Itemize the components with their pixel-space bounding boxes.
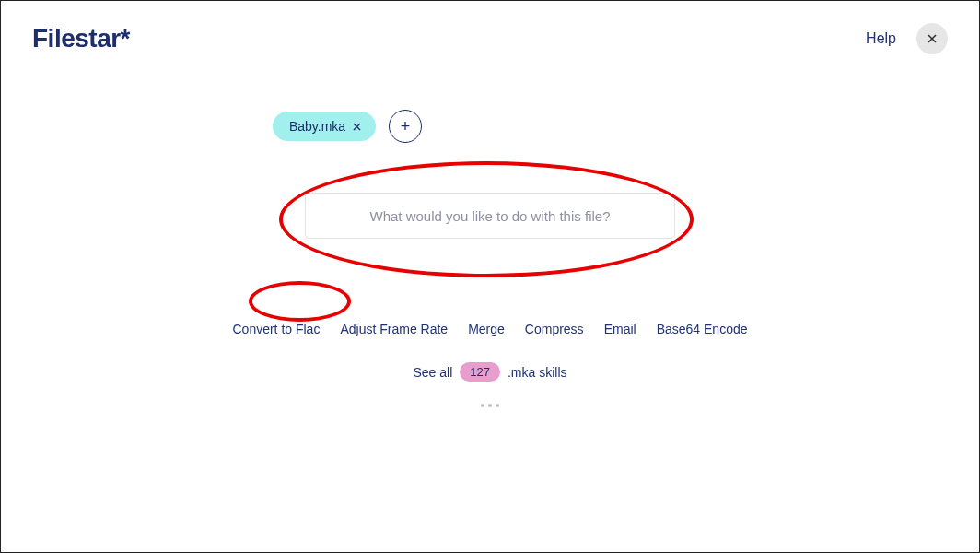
main-content: Baby.mka + Convert to Flac Adjust Frame … [1, 110, 979, 407]
suggestion-compress[interactable]: Compress [525, 322, 584, 336]
see-all-suffix: .mka skills [508, 365, 567, 380]
suggestion-convert-to-flac[interactable]: Convert to Flac [232, 322, 320, 336]
header-right: Help [866, 23, 948, 54]
remove-file-icon[interactable] [353, 120, 361, 134]
suggestions-row: Convert to Flac Adjust Frame Rate Merge … [232, 322, 747, 336]
suggestion-email[interactable]: Email [604, 322, 636, 336]
suggestion-adjust-frame-rate[interactable]: Adjust Frame Rate [340, 322, 448, 336]
action-search-input[interactable] [305, 193, 675, 239]
close-icon [928, 31, 937, 46]
suggestion-merge[interactable]: Merge [468, 322, 505, 336]
plus-icon: + [401, 117, 411, 136]
logo-text: Filestar [32, 24, 121, 53]
search-wrap [305, 193, 675, 239]
see-all-prefix: See all [413, 365, 452, 380]
app-logo: Filestar* [32, 24, 130, 53]
skill-count-badge: 127 [460, 362, 500, 382]
logo-star: * [121, 24, 130, 53]
header: Filestar* Help [1, 1, 979, 64]
file-chip[interactable]: Baby.mka [273, 112, 376, 141]
see-all-skills[interactable]: See all 127 .mka skills [413, 362, 566, 382]
suggestion-base64-encode[interactable]: Base64 Encode [657, 322, 748, 336]
help-link[interactable]: Help [866, 30, 896, 47]
app-window: Filestar* Help Baby.mka + [0, 0, 980, 553]
loading-dots-icon [481, 404, 499, 407]
close-button[interactable] [916, 23, 948, 54]
add-file-button[interactable]: + [389, 110, 422, 143]
file-row: Baby.mka + [273, 110, 422, 143]
file-chip-label: Baby.mka [289, 119, 345, 134]
